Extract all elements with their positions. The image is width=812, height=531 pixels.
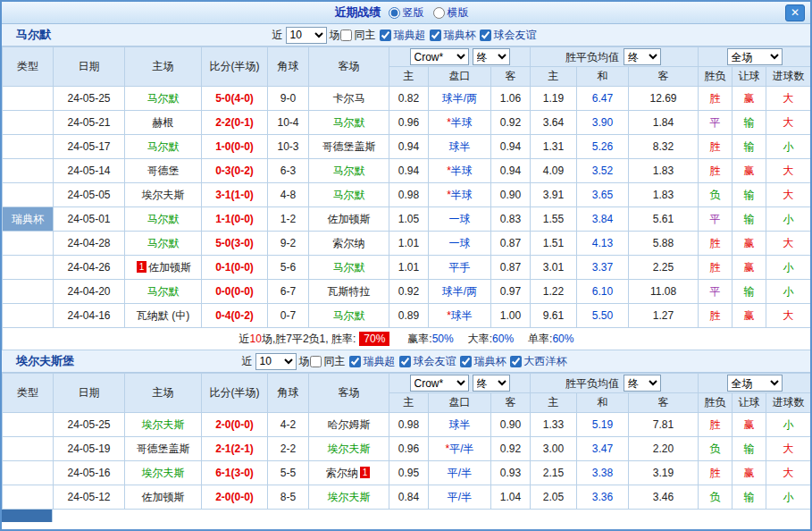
corner-cell: 9-2 <box>268 232 309 256</box>
summary-stat-value: 60% <box>552 333 573 345</box>
bookmaker-select[interactable]: Crow* <box>410 48 469 65</box>
corner-cell: 2-2 <box>268 437 309 461</box>
avg-draw-cell: 3.65 <box>577 183 629 207</box>
away-team-name: 瓦斯特拉 <box>328 285 371 298</box>
horizontal-radio[interactable] <box>433 7 445 19</box>
home-team-cell: 哥德堡盖斯 <box>125 437 202 461</box>
same-home-checkbox[interactable] <box>340 30 352 41</box>
near-label: 近 <box>272 28 283 43</box>
league-filter-option[interactable]: 瑞典杯 <box>460 354 506 369</box>
odds-home-cell: 1.01 <box>389 232 429 256</box>
away-team-name: 哥德堡盖斯 <box>322 140 376 153</box>
let-ball-cell: 赢 <box>732 87 766 111</box>
scope-select[interactable]: 全场 <box>727 48 783 65</box>
league-filter-label: 瑞典杯 <box>444 28 476 43</box>
table-row: 瑞典超24-04-20马尔默0-0(0-0)6-7瓦斯特拉0.92球半/两0.9… <box>3 280 811 304</box>
goals-size-cell: 小 <box>766 256 811 280</box>
score-cell: 0-0(0-0) <box>202 280 268 304</box>
score-cell: 0-4(0-2) <box>202 304 268 328</box>
away-team-cell: 索尔纳1 <box>309 461 389 485</box>
odds-away-cell: 0.83 <box>491 207 531 232</box>
games-label: 场 <box>330 28 340 43</box>
col-header-corner: 角球 <box>268 47 309 87</box>
date-cell: 24-05-21 <box>54 111 125 135</box>
avg-draw-cell: 3.90 <box>577 111 629 135</box>
home-team-cell: 瓦纳默 (中) <box>125 304 202 328</box>
away-team-name: 马尔默 <box>333 189 365 201</box>
sub-header-avg-home: 主 <box>531 67 577 87</box>
red-card-badge: 1 <box>360 467 370 478</box>
avg-draw-cell: 5.26 <box>577 135 629 159</box>
league-checkbox[interactable] <box>349 356 361 367</box>
league-checkbox[interactable] <box>399 356 411 367</box>
odds-away-cell: 0.94 <box>491 135 531 159</box>
handicap-text: 半球 <box>451 116 473 129</box>
sub-header-handicap: 盘口 <box>429 67 491 87</box>
odds-away-cell: 0.87 <box>491 256 531 280</box>
close-button[interactable]: ✕ <box>785 4 805 21</box>
odds-final-select[interactable]: 终 <box>473 48 510 65</box>
bookmaker-select[interactable]: Crow* <box>410 375 469 392</box>
league-filter-option[interactable]: 球会友谊 <box>399 354 456 369</box>
odds-home-cell: 0.96 <box>389 111 429 135</box>
same-home-option[interactable]: 同主 <box>340 28 376 43</box>
let-ball-cell: 赢 <box>732 256 766 280</box>
avg-home-cell: 1.31 <box>531 135 577 159</box>
layout-vertical-option[interactable]: 竖版 <box>389 5 424 21</box>
league-filter-label: 球会友谊 <box>494 28 537 43</box>
league-filter-option[interactable]: 瑞典超 <box>380 28 426 43</box>
let-ball-cell: 赢 <box>732 304 766 328</box>
avg-final-select[interactable]: 终 <box>624 48 661 65</box>
goals-size-cell: 小 <box>766 207 811 232</box>
layout-horizontal-option[interactable]: 横版 <box>433 5 469 21</box>
same-home-option[interactable]: 同主 <box>310 354 346 369</box>
league-checkbox[interactable] <box>510 356 522 367</box>
col-header-score: 比分(半场) <box>202 47 268 87</box>
games-count-select[interactable]: 10 <box>286 27 327 44</box>
handicap-text: 一球 <box>449 237 471 249</box>
result-cell: 胜 <box>699 159 732 183</box>
date-cell: 24-04-16 <box>54 304 125 328</box>
handicap-cell: 平/半 <box>429 485 491 510</box>
league-checkbox[interactable] <box>460 356 472 367</box>
league-filter-label: 球会友谊 <box>414 354 456 369</box>
away-team-cell: 埃尔夫斯 <box>309 485 389 510</box>
league-filter-option[interactable]: 球会友谊 <box>480 28 537 43</box>
league-filter-option[interactable]: 瑞典超 <box>349 354 396 369</box>
games-count-select[interactable]: 10 <box>255 353 297 370</box>
league-filter-option[interactable]: 瑞典杯 <box>430 28 476 43</box>
league-filter-label: 大西洋杯 <box>524 354 567 369</box>
clipped-row-body <box>53 510 810 522</box>
table-row: 瑞典超24-05-19哥德堡盖斯2-1(2-1)2-2埃尔夫斯0.96*平/半0… <box>3 437 811 461</box>
avg-draw-cell: 3.36 <box>577 485 629 510</box>
table-row: 瑞典杯24-05-01马尔默1-1(0-0)1-2佐加顿斯1.05一球0.831… <box>3 207 811 232</box>
avg-draw-cell: 6.47 <box>577 87 629 111</box>
handicap-text: 球半 <box>449 140 471 153</box>
odds-final-select[interactable]: 终 <box>473 375 510 392</box>
home-team-name: 马尔默 <box>147 213 180 225</box>
avg-final-select[interactable]: 终 <box>624 375 661 392</box>
vertical-radio[interactable] <box>389 7 400 19</box>
away-team-cell: 卡尔马 <box>309 87 389 111</box>
vertical-label: 竖版 <box>403 5 424 21</box>
league-checkbox[interactable] <box>430 30 441 41</box>
odds-home-cell: 0.95 <box>389 461 429 485</box>
league-checkbox[interactable] <box>380 30 391 41</box>
avg-home-cell: 1.33 <box>531 413 577 437</box>
avg-home-cell: 1.55 <box>531 207 577 232</box>
avg-home-cell: 3.91 <box>531 183 577 207</box>
avg-away-cell: 8.32 <box>629 135 699 159</box>
scope-select[interactable]: 全场 <box>727 375 783 392</box>
avg-home-cell: 1.22 <box>531 280 577 304</box>
odds-home-cell: 0.94 <box>389 159 429 183</box>
avg-away-cell: 1.84 <box>629 111 699 135</box>
handicap-cell: 球半 <box>429 413 491 437</box>
league-filter-label: 瑞典杯 <box>474 354 506 369</box>
league-cell: 瑞典超 <box>3 485 54 510</box>
league-checkbox[interactable] <box>480 30 491 41</box>
same-home-checkbox[interactable] <box>310 356 322 367</box>
avg-away-cell: 12.69 <box>629 87 699 111</box>
odds-away-cell: 1.06 <box>491 87 531 111</box>
date-cell: 24-05-25 <box>54 413 125 437</box>
league-filter-option[interactable]: 大西洋杯 <box>510 354 567 369</box>
